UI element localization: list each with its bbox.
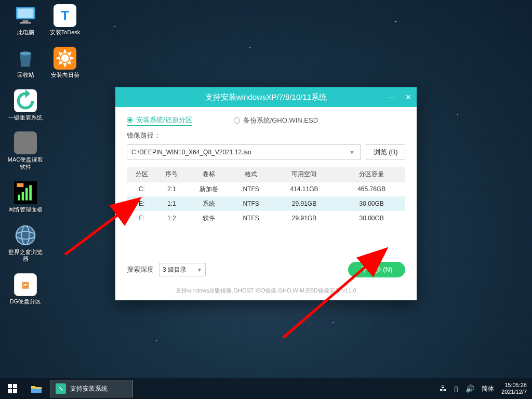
svg-rect-9 <box>29 185 32 200</box>
desktop-icon-label: MAC硬盘读取软件 <box>7 156 44 171</box>
svg-rect-6 <box>18 194 20 200</box>
app-icon: ➘ <box>56 383 66 394</box>
desktop-icon-label: 世界之窗浏览器 <box>7 249 44 263</box>
reinstall-icon <box>14 89 37 112</box>
todesk-icon: T <box>54 4 76 27</box>
taskbar: ➘ 支持安装系统 🖧 ▯ 🔊 简体 15:05:28 2021/12/7 <box>0 378 532 399</box>
next-button[interactable]: 下一步 (N) <box>348 262 405 277</box>
svg-point-4 <box>20 51 31 55</box>
close-button[interactable]: ✕ <box>400 87 417 107</box>
path-label: 镜像路径： <box>127 131 405 140</box>
titlebar: 支持安装windowsXP/7/8/10/11系统 — ✕ <box>115 87 417 107</box>
pc-icon <box>14 4 37 27</box>
desktop-icon-reinstall[interactable]: 一键重装系统 <box>7 89 44 122</box>
table-row[interactable]: E:1:1系统NTFS29.91GB30.00GB <box>127 196 405 211</box>
svg-rect-18 <box>8 384 12 388</box>
desktop-icon-macdisk[interactable]: MAC硬盘读取软件 <box>7 131 44 171</box>
bin-icon <box>14 47 37 70</box>
svg-rect-10 <box>17 183 24 187</box>
clock[interactable]: 15:05:28 2021/12/7 <box>501 382 527 395</box>
chevron-down-icon: ▼ <box>197 267 202 273</box>
footnote: 支持windows原版镜像,GHOST ISO镜像,GHO,WIM,ESD镜像安… <box>127 287 405 295</box>
radio-install-restore[interactable]: 安装系统/还原分区 <box>127 115 192 126</box>
network-icon[interactable]: 🖧 <box>440 384 447 393</box>
windows-logo-icon <box>8 384 17 393</box>
browse-button[interactable]: 浏览 (B) <box>366 144 405 160</box>
chevron-down-icon: ▼ <box>349 149 355 155</box>
search-depth-dropdown[interactable]: 3 级目录 ▼ <box>159 263 206 276</box>
table-header: 可用空间 <box>271 167 338 182</box>
table-header: 序号 <box>157 167 187 182</box>
ime-indicator[interactable]: 简体 <box>482 384 494 393</box>
window-title: 支持安装windowsXP/7/8/10/11系统 <box>205 92 327 102</box>
worldbrowser-icon <box>14 224 37 247</box>
desktop-icon-label: 安装向日葵 <box>51 72 79 79</box>
search-depth-label: 搜索深度 <box>127 265 154 274</box>
desktop-icon-label: 安装ToDesk <box>50 29 81 36</box>
macdisk-icon <box>14 131 37 154</box>
table-header: 卷标 <box>187 167 231 182</box>
file-explorer-taskbar-icon[interactable] <box>25 378 48 399</box>
svg-rect-7 <box>22 192 24 201</box>
desktop-icon-sunflower[interactable]: 安装向日葵 <box>47 47 83 79</box>
installer-window: 支持安装windowsXP/7/8/10/11系统 — ✕ 安装系统/还原分区 … <box>115 87 417 300</box>
svg-rect-22 <box>31 389 42 393</box>
svg-rect-2 <box>23 20 29 22</box>
desktop-icon-label: DG硬盘分区 <box>10 298 42 305</box>
table-row[interactable]: C:2:1新加卷NTFS414.11GB465.76GB <box>127 182 405 196</box>
desktop-icon-label: 回收站 <box>17 72 34 79</box>
table-header: 格式 <box>231 167 270 182</box>
radio-dot-icon <box>127 117 133 123</box>
desktop-icon-pc[interactable]: 此电脑 <box>7 4 44 36</box>
minimize-button[interactable]: — <box>383 87 400 107</box>
desktop-icon-label: 网络管理面板 <box>8 206 43 214</box>
folder-icon <box>31 384 42 393</box>
svg-point-15 <box>61 54 69 62</box>
svg-rect-8 <box>25 188 28 201</box>
dgdisk-icon: ⧈ <box>14 273 37 296</box>
desktop-icon-dgdisk[interactable]: ⧈DG硬盘分区 <box>7 273 44 305</box>
svg-rect-20 <box>8 389 12 393</box>
neticon-icon <box>14 181 37 204</box>
desktop-icon-label: 一键重装系统 <box>8 114 43 122</box>
svg-rect-21 <box>13 389 17 393</box>
taskbar-task-installer[interactable]: ➘ 支持安装系统 <box>50 380 133 397</box>
start-button[interactable] <box>0 378 25 399</box>
desktop-icon-neticon[interactable]: 网络管理面板 <box>7 181 44 214</box>
table-header: 分区 <box>127 167 157 182</box>
svg-rect-19 <box>13 384 17 388</box>
desktop-icon-label: 此电脑 <box>17 29 34 36</box>
partition-table: 分区序号卷标格式可用空间分区容量 C:2:1新加卷NTFS414.11GB465… <box>127 167 405 225</box>
battery-icon[interactable]: ▯ <box>454 384 458 393</box>
table-header: 分区容量 <box>338 167 405 182</box>
table-row[interactable]: F:1:2软件NTFS29.91GB30.00GB <box>127 211 405 225</box>
desktop-icon-bin[interactable]: 回收站 <box>7 47 44 79</box>
desktop-icon-worldbrowser[interactable]: 世界之窗浏览器 <box>7 224 44 263</box>
radio-backup[interactable]: 备份系统/GHO,WIN,ESD <box>234 115 318 126</box>
sunflower-icon <box>54 47 76 70</box>
desktop-icon-todesk[interactable]: T安装ToDesk <box>47 4 83 36</box>
radio-dot-icon <box>234 117 240 124</box>
system-tray: 🖧 ▯ 🔊 简体 15:05:28 2021/12/7 <box>440 382 532 395</box>
image-path-dropdown[interactable]: C:\DEEPIN_WIN10_X64_Q8_V2021.12.iso ▼ <box>127 144 361 160</box>
svg-rect-3 <box>20 22 31 24</box>
svg-rect-1 <box>18 8 34 18</box>
volume-icon[interactable]: 🔊 <box>466 384 474 393</box>
